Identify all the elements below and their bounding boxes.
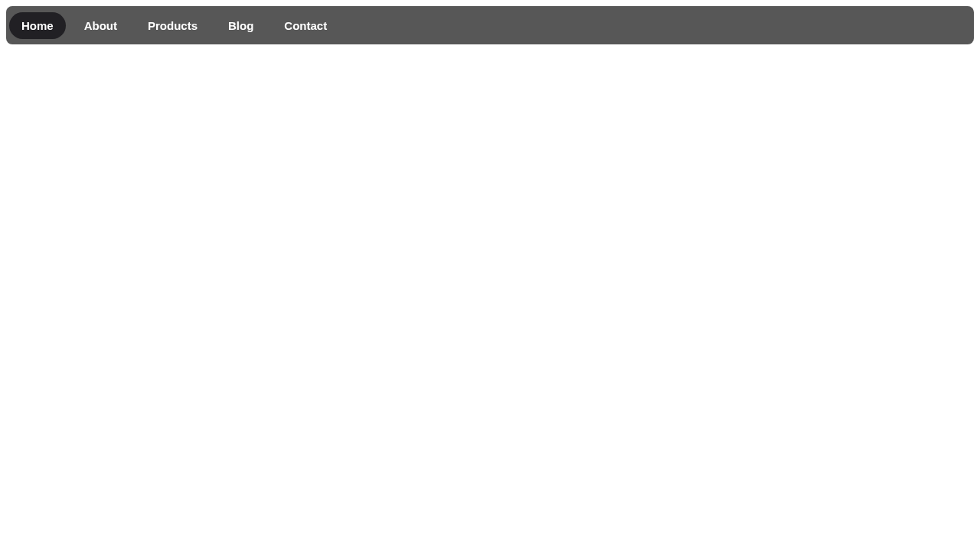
nav-item-home[interactable]: Home xyxy=(9,12,66,39)
nav-item-blog[interactable]: Blog xyxy=(216,12,266,39)
page-root: Home About Products Blog Contact xyxy=(0,0,980,51)
nav-item-about[interactable]: About xyxy=(72,12,129,39)
nav-item-contact[interactable]: Contact xyxy=(272,12,339,39)
nav-item-products[interactable]: Products xyxy=(136,12,210,39)
navbar: Home About Products Blog Contact xyxy=(6,6,974,44)
